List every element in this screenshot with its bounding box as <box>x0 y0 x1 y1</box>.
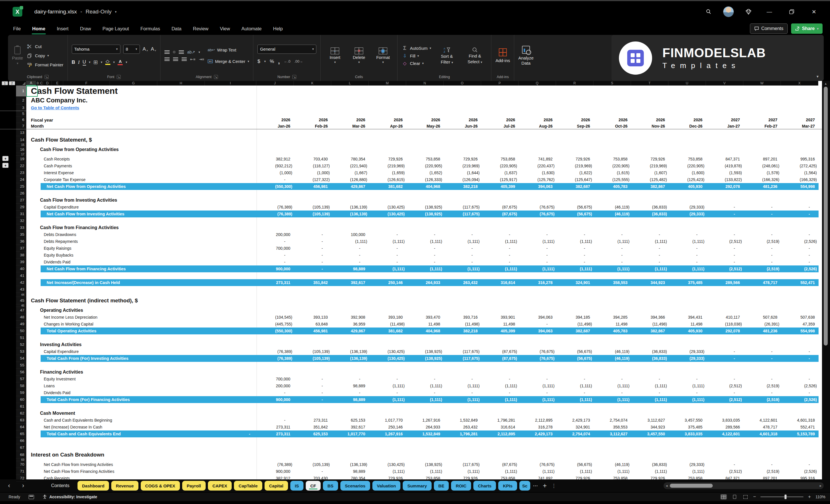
cell[interactable]: (1,607) <box>631 169 669 176</box>
cell[interactable]: (1,111) <box>481 468 519 475</box>
row-header[interactable]: 61 <box>16 403 26 410</box>
cell[interactable]: (166,326) <box>744 176 781 183</box>
cell[interactable]: 481,236 <box>744 183 781 190</box>
select-all-corner[interactable] <box>16 81 26 86</box>
cell[interactable]: 292,078 <box>706 183 744 190</box>
cell[interactable]: - <box>781 376 819 382</box>
horizontal-scrollbar[interactable]: ◂ ▸ <box>664 482 824 489</box>
column-header-B[interactable]: B <box>36 81 40 86</box>
cell[interactable]: (1,111) <box>481 238 519 245</box>
cell[interactable]: 404,968 <box>407 327 444 335</box>
cell[interactable]: (125,555) <box>594 176 631 183</box>
cell[interactable]: 1,017,770 <box>331 431 369 437</box>
cell[interactable]: - <box>594 231 631 238</box>
row-header[interactable]: 35 <box>16 231 26 238</box>
cell[interactable]: - <box>706 211 744 217</box>
cell[interactable]: 2,112,895 <box>519 417 556 423</box>
column-header-U[interactable]: U <box>668 81 706 86</box>
cell[interactable]: - <box>294 259 331 265</box>
cell[interactable]: (1,111) <box>481 382 519 389</box>
cell[interactable]: 456,981 <box>294 327 331 335</box>
cell[interactable]: (117,675) <box>444 355 481 362</box>
cell[interactable]: (46,119) <box>594 355 631 362</box>
cell[interactable]: 2026 <box>407 117 444 123</box>
cell[interactable]: 2026 <box>556 117 594 123</box>
cell[interactable]: 394,063 <box>519 327 556 335</box>
cell[interactable]: - <box>669 231 706 238</box>
cell[interactable]: 393,133 <box>294 314 331 321</box>
cell[interactable]: (36,833) <box>631 461 669 468</box>
font-name-select[interactable]: Tahoma▾ <box>72 44 120 54</box>
cell[interactable]: 375,485 <box>669 279 706 286</box>
cell[interactable]: (1,111) <box>444 382 481 389</box>
cell[interactable]: (2,512) <box>706 468 744 475</box>
cell[interactable]: - <box>669 376 706 382</box>
cell[interactable]: (219,969) <box>369 162 407 169</box>
cell[interactable]: 900,000 <box>257 265 294 272</box>
cell[interactable]: (1,111) <box>331 238 369 245</box>
sheet-tab-cogs-opex[interactable]: COGS & OPEX <box>141 481 180 491</box>
cell[interactable]: (1,111) <box>369 396 407 403</box>
normal-view-button[interactable] <box>721 494 727 499</box>
row-label-cell[interactable] <box>26 190 257 197</box>
row-header[interactable]: 54 <box>16 355 26 362</box>
cell[interactable]: - <box>706 259 744 265</box>
cell[interactable]: - <box>519 389 556 396</box>
sheet-tab-is[interactable]: IS <box>290 481 304 491</box>
cell[interactable]: - <box>781 389 819 396</box>
cell[interactable]: (76,389) <box>257 204 294 211</box>
column-header-K[interactable]: K <box>294 81 331 86</box>
cell[interactable]: (36,833) <box>631 204 669 211</box>
cell[interactable]: (1,111) <box>631 265 669 272</box>
row-header[interactable]: 51 <box>16 335 26 341</box>
cell[interactable]: (138,925) <box>407 461 444 468</box>
cell[interactable]: Jan-26 <box>257 123 294 129</box>
cell[interactable]: 292,078 <box>706 327 744 335</box>
cell[interactable]: 729,926 <box>556 156 594 162</box>
menu-tab-review[interactable]: Review <box>192 24 209 33</box>
cell[interactable]: (1,667) <box>331 169 369 176</box>
cell[interactable]: 1,017,770 <box>369 417 407 423</box>
row-label-cell[interactable]: Equity Raisings <box>26 245 257 252</box>
cell[interactable]: (445,755) <box>257 321 294 327</box>
new-sheet-button[interactable]: + <box>543 482 547 490</box>
cell[interactable]: (26,391) <box>744 321 781 327</box>
sheet-tab-capital[interactable]: Capital <box>264 481 288 491</box>
cell[interactable]: 405,399 <box>481 183 519 190</box>
row-label-cell[interactable]: Cash Flow from Operating Activities <box>26 146 257 153</box>
cell[interactable]: 847,371 <box>706 156 744 162</box>
align-middle-icon[interactable] <box>173 51 175 53</box>
zoom-in-button[interactable]: + <box>808 494 811 500</box>
cell[interactable]: (2,512) <box>706 265 744 272</box>
row-header[interactable]: 3 <box>16 104 26 111</box>
row-label-cell[interactable]: Changes in Working Capital <box>26 321 257 327</box>
cell[interactable]: (1,111) <box>594 382 631 389</box>
cell[interactable]: 729,926 <box>444 156 481 162</box>
cell[interactable]: 2026 <box>369 117 407 123</box>
autosum-button[interactable]: ΣAutoSum▾ <box>402 45 431 51</box>
cell[interactable]: 382,687 <box>556 183 594 190</box>
cell[interactable]: Mar-27 <box>781 123 819 129</box>
row-label-cell[interactable]: Equity Investment <box>26 376 257 382</box>
clipboard-dialog-launcher[interactable]: ↘ <box>44 75 49 79</box>
cut-button[interactable]: Cut <box>26 42 63 51</box>
cell[interactable]: (130,425) <box>369 355 407 362</box>
menu-tab-view[interactable]: View <box>219 24 230 33</box>
row-header[interactable]: 14 <box>16 136 26 144</box>
row-label-cell[interactable]: Corporate Tax Expense <box>26 176 257 183</box>
cell[interactable]: (1,111) <box>669 265 706 272</box>
cell[interactable]: 729,926 <box>631 475 669 482</box>
cell[interactable]: Jun-26 <box>444 123 481 129</box>
cell[interactable]: 382,687 <box>556 327 594 335</box>
cell[interactable]: (1,111) <box>481 396 519 403</box>
cell[interactable]: Mar-26 <box>331 123 369 129</box>
copy-button[interactable]: Copy▾ <box>26 52 63 60</box>
cell[interactable]: 263,432 <box>444 423 481 431</box>
row-label-cell[interactable]: Net Cash Flow from Investing Activities <box>26 461 257 468</box>
cell[interactable]: (1,111) <box>556 396 594 403</box>
cell[interactable]: - <box>706 252 744 259</box>
cell[interactable]: (1,111) <box>556 382 594 389</box>
row-header[interactable]: 69 <box>16 459 26 461</box>
cell[interactable]: (1,111) <box>519 238 556 245</box>
cell[interactable]: (1,111) <box>481 265 519 272</box>
